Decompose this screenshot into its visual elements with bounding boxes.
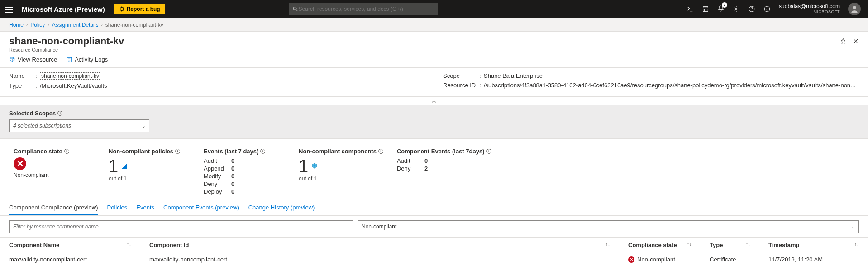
page-title: shane-non-compliant-kv — [9, 35, 124, 47]
col-compliance-state[interactable]: Compliance state↑↓ — [619, 238, 701, 252]
event-row: Audit0 — [397, 157, 491, 164]
tabs: Component Compliance (preview) Policies … — [0, 200, 868, 216]
search-input[interactable] — [299, 6, 435, 12]
prop-name-label: Name — [9, 72, 35, 80]
component-name-filter[interactable] — [9, 220, 353, 233]
compliance-state-card: Compliance statei Non-compliant — [14, 148, 95, 196]
command-bar: View Resource Activity Logs — [0, 54, 868, 67]
svg-point-2 — [735, 8, 737, 10]
info-icon[interactable]: i — [486, 149, 491, 154]
scopes-section: Selected Scopes i 4 selected subscriptio… — [0, 105, 868, 139]
filter-row: Non-compliant ⌄ — [0, 216, 868, 238]
close-button[interactable] — [853, 38, 859, 44]
breadcrumb-assignment[interactable]: Assignment Details — [52, 22, 99, 28]
events-card: Events (last 7 days)i Audit0Append0Modif… — [204, 148, 285, 196]
info-icon[interactable]: i — [57, 111, 62, 116]
cube-icon — [311, 162, 318, 170]
report-bug-button[interactable]: Report a bug — [114, 4, 165, 14]
svg-point-5 — [853, 6, 856, 9]
help-icon[interactable] — [748, 5, 755, 13]
nc-components-card: Non-compliant componentsi 1 out of 1 — [299, 148, 383, 196]
event-row: Modify0 — [204, 173, 285, 180]
feedback-icon[interactable] — [763, 5, 771, 13]
svg-point-1 — [293, 7, 296, 10]
chevron-down-icon: ⌄ — [851, 224, 855, 229]
brand-text: Microsoft Azure (Preview) — [22, 5, 105, 13]
svg-point-0 — [120, 8, 123, 11]
search-icon — [292, 6, 298, 12]
compliance-status-text: Non-compliant — [14, 172, 95, 178]
collapse-caret[interactable]: ︽ — [0, 97, 868, 105]
scopes-dropdown[interactable]: 4 selected subscriptions ⌄ — [9, 119, 149, 132]
top-bar: Microsoft Azure (Preview) Report a bug 2… — [0, 0, 868, 18]
breadcrumb-current: shane-non-compliant-kv — [105, 22, 163, 28]
col-type[interactable]: Type↑↓ — [701, 238, 759, 252]
nc-policies-card: Non-compliant policiesi 1 out of 1 — [109, 148, 190, 196]
log-icon — [66, 57, 72, 63]
event-row: Deploy0 — [204, 188, 285, 195]
view-resource-button[interactable]: View Resource — [9, 56, 57, 63]
noncompliant-icon — [14, 157, 26, 170]
table-row[interactable]: maxvalidity-noncompliant-cert maxvalidit… — [0, 252, 868, 266]
info-icon[interactable]: i — [378, 149, 383, 154]
page-header: shane-non-compliant-kv Resource Complian… — [0, 32, 868, 54]
cell-ts: 11/7/2019, 11:20 AM — [759, 252, 868, 266]
breadcrumb-policy[interactable]: Policy — [30, 22, 45, 28]
prop-type-label: Type — [9, 82, 35, 89]
noncompliant-icon: ✕ — [628, 256, 634, 263]
pin-icon[interactable] — [840, 38, 846, 44]
svg-point-4 — [764, 6, 770, 12]
col-component-name[interactable]: Component Name↑↓ — [0, 238, 140, 252]
prop-rid-label: Resource ID — [443, 82, 479, 89]
tab-change-history[interactable]: Change History (preview) — [248, 200, 315, 215]
person-icon — [850, 5, 859, 14]
menu-icon[interactable] — [5, 6, 13, 12]
prop-name-value[interactable]: shane-non-compliant-kv — [40, 72, 100, 80]
event-row: Audit0 — [204, 157, 285, 164]
page-subtitle: Resource Compliance — [9, 47, 124, 52]
global-search[interactable] — [289, 3, 438, 15]
cell-type: Certificate — [701, 252, 759, 266]
chevron-down-icon: ⌄ — [142, 124, 145, 128]
properties-panel: Name : shane-non-compliant-kv Type : /Mi… — [0, 67, 868, 97]
event-row: Deny2 — [397, 165, 491, 172]
compliance-state-dropdown[interactable]: Non-compliant ⌄ — [358, 220, 859, 233]
tab-events[interactable]: Events — [136, 200, 154, 215]
cube-icon — [9, 57, 15, 63]
col-component-id[interactable]: Component Id↑↓ — [140, 238, 619, 252]
scopes-label: Selected Scopes i — [9, 110, 859, 117]
cell-name: maxvalidity-noncompliant-cert — [0, 252, 140, 266]
breadcrumb-home[interactable]: Home — [9, 22, 24, 28]
tab-component-compliance[interactable]: Component Compliance (preview) — [9, 200, 98, 215]
cell-id: maxvalidity-noncompliant-cert — [140, 252, 619, 266]
info-icon[interactable]: i — [64, 149, 69, 154]
notif-badge: 2 — [722, 2, 727, 8]
directory-icon[interactable] — [702, 5, 709, 13]
prop-scope-value: Shane Bala Enterprise — [484, 72, 543, 79]
prop-type-value: /Microsoft.KeyVault/vaults — [40, 82, 107, 89]
prop-scope-label: Scope — [443, 72, 479, 79]
info-icon[interactable]: i — [175, 149, 180, 154]
cloud-shell-icon[interactable] — [687, 5, 694, 13]
policy-icon — [121, 163, 127, 169]
tab-component-events[interactable]: Component Events (preview) — [163, 200, 239, 215]
component-events-card: Component Events (last 7days)i Audit0Den… — [397, 148, 491, 196]
event-row: Deny0 — [204, 180, 285, 187]
breadcrumb: Home› Policy› Assignment Details› shane-… — [0, 18, 868, 32]
info-icon[interactable]: i — [260, 149, 265, 154]
activity-logs-button[interactable]: Activity Logs — [66, 56, 108, 63]
components-table: Component Name↑↓ Component Id↑↓ Complian… — [0, 238, 868, 266]
avatar[interactable] — [848, 3, 861, 15]
stats-row: Compliance statei Non-compliant Non-comp… — [0, 139, 868, 200]
cell-state: ✕Non-compliant — [619, 252, 701, 266]
tab-policies[interactable]: Policies — [107, 200, 128, 215]
prop-rid-value: /subscriptions/4f3a88a1-3580-4102-a464-6… — [484, 82, 855, 89]
col-timestamp[interactable]: Timestamp↑↓ — [759, 238, 868, 252]
event-row: Append0 — [204, 165, 285, 172]
settings-icon[interactable] — [733, 5, 740, 13]
notifications-icon[interactable]: 2 — [717, 5, 725, 14]
bug-icon — [119, 6, 125, 12]
account-info[interactable]: sudbalas@microsoft.com MICROSOFT — [779, 4, 840, 14]
